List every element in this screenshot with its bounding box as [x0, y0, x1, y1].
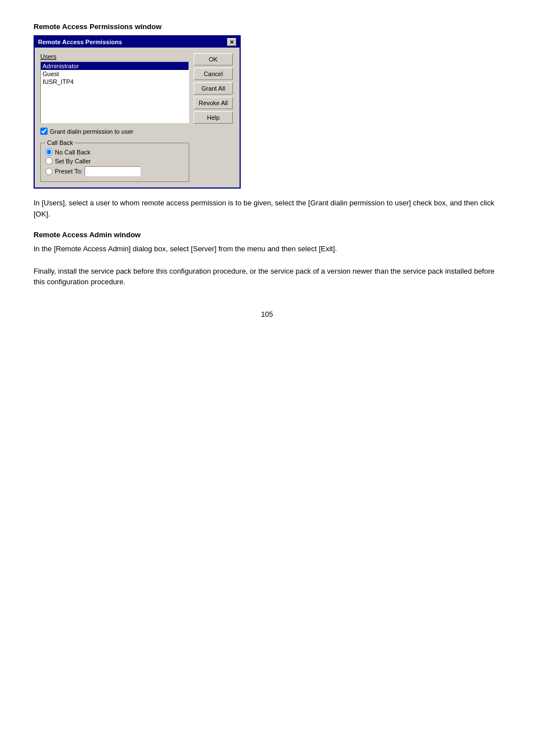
radio-set-by-caller: Set By Caller	[45, 157, 184, 165]
revoke-all-button[interactable]: Revoke All	[194, 97, 233, 109]
page-content: Remote Access Permissions window Remote …	[34, 22, 500, 318]
radio-no-callback: No Call Back	[45, 148, 184, 156]
section2-description: In the [Remote Access Admin] dialog box,…	[34, 243, 500, 255]
user-item-guest[interactable]: Guest	[41, 70, 189, 78]
users-list[interactable]: Administrator Guest IUSR_ITP4	[40, 62, 189, 123]
radio-preset-to: Preset To:	[45, 166, 184, 176]
dialog-close-button[interactable]: ✕	[227, 38, 236, 46]
grant-dialin-label: Grant dialin permission to user	[50, 128, 133, 135]
dialog-body: Users Administrator Guest IUSR_ITP4 Gran…	[35, 48, 240, 187]
section1-heading: Remote Access Permissions window	[34, 22, 500, 31]
preset-to-label: Preset To:	[55, 168, 82, 175]
grant-dialin-row: Grant dialin permission to user	[40, 128, 189, 135]
page-number: 105	[34, 310, 500, 318]
grant-all-button[interactable]: Grant All	[194, 82, 233, 95]
no-callback-radio[interactable]	[45, 148, 53, 156]
section2-heading: Remote Access Admin window	[34, 231, 500, 239]
help-button[interactable]: Help	[194, 111, 233, 124]
section1: Remote Access Permissions window Remote …	[34, 22, 500, 219]
ok-button[interactable]: OK	[194, 53, 233, 65]
users-label: Users	[40, 53, 189, 60]
preset-to-radio[interactable]	[45, 168, 53, 175]
dialog-buttons-panel: OK Cancel Grant All Revoke All Help	[194, 53, 234, 182]
section1-description: In [Users], select a user to whom remote…	[34, 198, 500, 219]
callback-legend: Call Back	[45, 139, 74, 146]
dialog-left-panel: Users Administrator Guest IUSR_ITP4 Gran…	[40, 53, 189, 182]
preset-to-input[interactable]	[85, 166, 140, 176]
cancel-button[interactable]: Cancel	[194, 68, 233, 80]
dialog-container: Remote Access Permissions ✕ Users Admini…	[34, 35, 500, 189]
user-item-administrator[interactable]: Administrator	[41, 62, 189, 70]
footer-text: Finally, install the service pack before…	[34, 266, 500, 288]
set-by-caller-radio[interactable]	[45, 157, 53, 165]
set-by-caller-label: Set By Caller	[55, 158, 91, 165]
grant-dialin-checkbox[interactable]	[40, 128, 48, 135]
section2: Remote Access Admin window In the [Remot…	[34, 231, 500, 255]
user-item-iusr[interactable]: IUSR_ITP4	[41, 78, 189, 86]
remote-access-permissions-dialog: Remote Access Permissions ✕ Users Admini…	[34, 35, 241, 189]
no-callback-label: No Call Back	[55, 149, 91, 156]
dialog-titlebar: Remote Access Permissions ✕	[35, 36, 240, 48]
dialog-title: Remote Access Permissions	[38, 39, 227, 45]
callback-fieldset: Call Back No Call Back Set By Caller	[40, 139, 189, 182]
